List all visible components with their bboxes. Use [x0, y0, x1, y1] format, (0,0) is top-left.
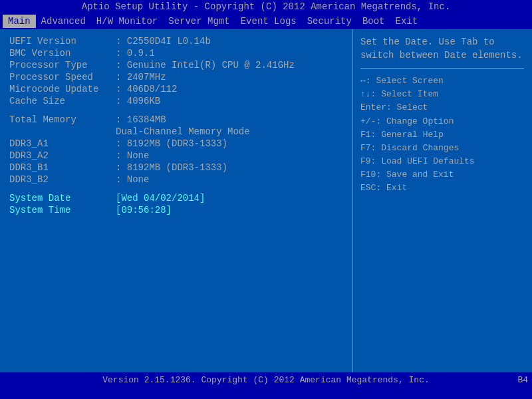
title-text: Aptio Setup Utility - Copyright (C) 2012… [82, 1, 451, 12]
key-help-item: ESC: Exit [360, 182, 524, 195]
ddr3-a1-value: : 8192MB (DDR3-1333) [116, 138, 227, 149]
sys-date-label: System Date [9, 193, 116, 203]
sys-time-value[interactable]: [09:56:28] [116, 205, 172, 215]
proc-type-row: Processor Type : Genuine Intel(R) CPU @ … [9, 60, 342, 70]
key-help-item: ↔: Select Screen [360, 74, 524, 88]
cache-row: Cache Size : 4096KB [9, 96, 342, 106]
sys-time-row[interactable]: System Time [09:56:28] [9, 205, 342, 215]
help-line1: Set the Date. Use Tab to [360, 36, 524, 49]
divider [360, 68, 524, 69]
microcode-row: Microcode Update : 406D8/112 [9, 84, 342, 94]
uefi-label: UEFI Version [9, 36, 116, 47]
menu-item-event-logs[interactable]: Event Logs [235, 15, 302, 28]
bmc-row: BMC Version : 0.9.1 [9, 48, 342, 59]
menu-item-main[interactable]: Main [3, 15, 36, 28]
menu-bar: MainAdvancedH/W MonitorServer MgmtEvent … [0, 13, 532, 29]
left-panel: UEFI Version : C2550D4I L0.14b BMC Versi… [0, 29, 352, 372]
key-help-item: F1: General Help [360, 128, 524, 142]
sys-time-label: System Time [9, 205, 116, 215]
total-mem-label: Total Memory [9, 114, 116, 125]
key-help-item: +/-: Change Option [360, 115, 524, 128]
help-line2: switch between Date elements. [360, 49, 524, 63]
menu-item-advanced[interactable]: Advanced [36, 15, 91, 28]
proc-speed-label: Processor Speed [9, 72, 116, 82]
proc-speed-value: : 2407MHz [116, 72, 166, 82]
bmc-label: BMC Version [9, 48, 116, 59]
ddr3-b2-label: DDR3_B2 [9, 174, 116, 185]
menu-item-security[interactable]: Security [302, 15, 357, 28]
bmc-value: : 0.9.1 [116, 48, 155, 59]
dual-channel-row: Dual-Channel Memory Mode [9, 126, 342, 137]
ddr3-a2-row: DDR3_A2 : None [9, 150, 342, 161]
key-help-item: F9: Load UEFI Defaults [360, 155, 524, 168]
uefi-value: : C2550D4I L0.14b [116, 36, 211, 47]
ddr3-a1-label: DDR3_A1 [9, 138, 116, 149]
ddr3-a2-value: : None [116, 150, 149, 161]
dual-channel-text: Dual-Channel Memory Mode [116, 126, 250, 137]
proc-type-value: : Genuine Intel(R) CPU @ 2.41GHz [116, 60, 295, 70]
total-mem-row: Total Memory : 16384MB [9, 114, 342, 125]
footer-version-text: Version 2.15.1236. Copyright (C) 2012 Am… [0, 375, 532, 385]
menu-item-h/w-monitor[interactable]: H/W Monitor [91, 15, 163, 28]
ddr3-b2-value: : None [116, 174, 149, 185]
footer: Version 2.15.1236. Copyright (C) 2012 Am… [0, 372, 532, 387]
key-help-item: F7: Discard Changes [360, 142, 524, 155]
key-help-item: ↑↓: Select Item [360, 88, 524, 101]
dual-channel-spacer [9, 126, 116, 137]
ddr3-b1-value: : 8192MB (DDR3-1333) [116, 162, 227, 173]
ddr3-a2-label: DDR3_A2 [9, 150, 116, 161]
cache-label: Cache Size [9, 96, 116, 106]
microcode-label: Microcode Update [9, 84, 116, 94]
key-help-list: ↔: Select Screen↑↓: Select ItemEnter: Se… [360, 74, 524, 195]
sys-date-value[interactable]: [Wed 04/02/2014] [116, 193, 205, 203]
ddr3-a1-row: DDR3_A1 : 8192MB (DDR3-1333) [9, 138, 342, 149]
ddr3-b1-label: DDR3_B1 [9, 162, 116, 173]
uefi-row: UEFI Version : C2550D4I L0.14b [9, 36, 342, 47]
microcode-value: : 406D8/112 [116, 84, 177, 94]
ddr3-b2-row: DDR3_B2 : None [9, 174, 342, 185]
cache-value: : 4096KB [116, 96, 160, 106]
footer-build-number: B4 [517, 375, 528, 385]
menu-item-boot[interactable]: Boot [357, 15, 390, 28]
menu-item-exit[interactable]: Exit [390, 15, 424, 28]
proc-type-label: Processor Type [9, 60, 116, 70]
key-help-item: Enter: Select [360, 101, 524, 114]
help-text: Set the Date. Use Tab to switch between … [360, 36, 524, 62]
proc-speed-row: Processor Speed : 2407MHz [9, 72, 342, 82]
total-mem-value: : 16384MB [116, 114, 166, 125]
title-bar: Aptio Setup Utility - Copyright (C) 2012… [0, 0, 532, 13]
key-help-item: F10: Save and Exit [360, 168, 524, 182]
right-panel: Set the Date. Use Tab to switch between … [352, 29, 532, 372]
ddr3-b1-row: DDR3_B1 : 8192MB (DDR3-1333) [9, 162, 342, 173]
content-area: UEFI Version : C2550D4I L0.14b BMC Versi… [0, 29, 532, 372]
sys-date-row[interactable]: System Date [Wed 04/02/2014] [9, 193, 342, 203]
menu-item-server-mgmt[interactable]: Server Mgmt [163, 15, 235, 28]
